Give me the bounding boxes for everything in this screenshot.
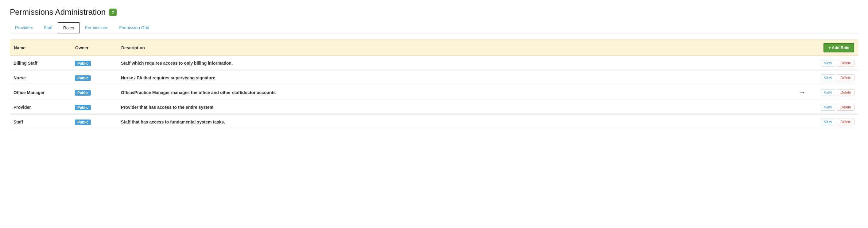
row-actions-billing-staff: View Delete — [811, 60, 855, 67]
row-name-office-manager: Office Manager — [13, 90, 75, 95]
delete-button-nurse[interactable]: Delete — [837, 74, 855, 81]
table-row: Staff Public Staff that has access to fu… — [10, 115, 858, 129]
tab-permissions[interactable]: Permissions — [80, 23, 113, 33]
col-header-name: Name — [14, 45, 75, 50]
row-owner-billing-staff: Public — [75, 61, 121, 66]
table-row: Provider Public Provider that has access… — [10, 100, 858, 115]
table-row: Office Manager Public Office/Practice Ma… — [10, 85, 858, 100]
delete-button-billing-staff[interactable]: Delete — [837, 60, 855, 67]
nav-tabs: Providers Staff Roles Permissions Permis… — [10, 23, 858, 33]
table-row: Billing Staff Public Staff which require… — [10, 56, 858, 71]
page-container: Permissions Administration ? Providers S… — [0, 0, 868, 228]
view-button-nurse[interactable]: View — [821, 74, 835, 81]
row-owner-staff: Public — [75, 119, 121, 124]
col-header-owner: Owner — [75, 45, 121, 50]
help-icon[interactable]: ? — [109, 9, 117, 16]
row-description-billing-staff: Staff which requires access to only bill… — [121, 61, 811, 66]
public-badge: Public — [75, 90, 91, 96]
row-description-staff: Staff that has access to fundamental sys… — [121, 119, 811, 124]
row-name-nurse: Nurse — [13, 75, 75, 80]
row-owner-nurse: Public — [75, 75, 121, 80]
tab-permission-grid[interactable]: Permission Grid — [114, 23, 155, 33]
delete-button-office-manager[interactable]: Delete — [837, 89, 855, 96]
add-role-container: + Add Role — [811, 43, 854, 52]
tab-roles[interactable]: Roles — [58, 23, 80, 33]
roles-table: Name Owner Description + Add Role Billin… — [10, 40, 858, 129]
view-button-billing-staff[interactable]: View — [821, 60, 835, 67]
view-button-staff[interactable]: View — [821, 119, 835, 125]
row-owner-provider: Public — [75, 105, 121, 110]
arrow-indicator: → — [799, 88, 805, 97]
delete-button-provider[interactable]: Delete — [837, 104, 855, 111]
row-actions-staff: View Delete — [811, 119, 855, 125]
public-badge: Public — [75, 119, 91, 125]
page-title: Permissions Administration — [10, 7, 105, 17]
delete-button-staff[interactable]: Delete — [837, 119, 855, 125]
view-button-office-manager[interactable]: View — [821, 89, 835, 96]
table-row: Nurse Public Nurse / PA that requires su… — [10, 71, 858, 85]
row-name-billing-staff: Billing Staff — [13, 61, 75, 66]
tab-staff[interactable]: Staff — [38, 23, 58, 33]
row-name-provider: Provider — [13, 105, 75, 110]
add-role-button[interactable]: + Add Role — [824, 43, 854, 52]
row-description-office-manager: Office/Practice Manager manages the offi… — [121, 90, 811, 95]
page-header: Permissions Administration ? — [10, 7, 858, 17]
row-actions-provider: View Delete — [811, 104, 855, 111]
public-badge: Public — [75, 75, 91, 81]
tab-providers[interactable]: Providers — [10, 23, 38, 33]
row-description-provider: Provider that has access to the entire s… — [121, 105, 811, 110]
row-owner-office-manager: Public — [75, 90, 121, 95]
row-name-staff: Staff — [13, 119, 75, 124]
public-badge: Public — [75, 61, 91, 66]
row-actions-nurse: View Delete — [811, 74, 855, 81]
table-header: Name Owner Description + Add Role — [10, 40, 858, 56]
row-description-nurse: Nurse / PA that requires supervising sig… — [121, 75, 811, 80]
public-badge: Public — [75, 105, 91, 110]
view-button-provider[interactable]: View — [821, 104, 835, 111]
row-actions-office-manager: → View Delete — [811, 89, 855, 96]
col-header-description: Description — [121, 45, 811, 50]
